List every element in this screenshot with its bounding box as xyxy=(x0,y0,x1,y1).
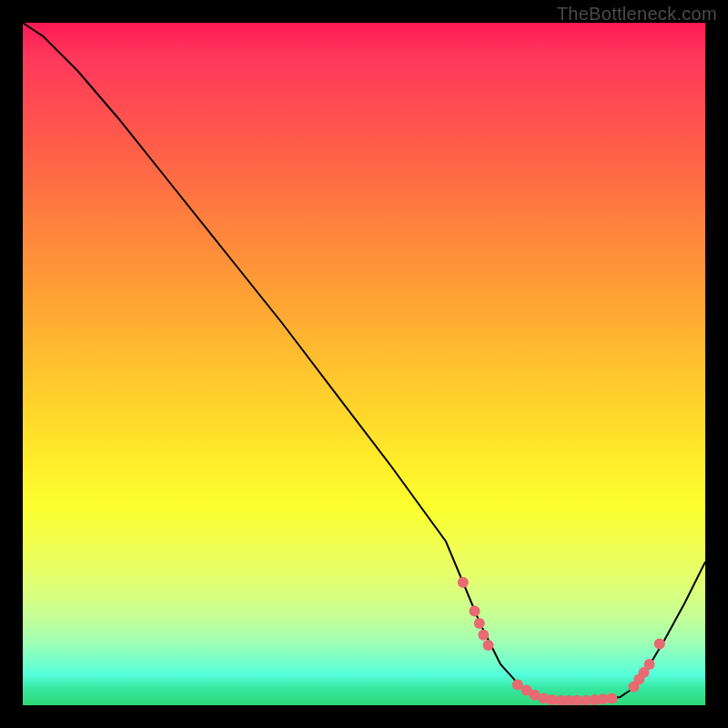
curve-marker xyxy=(478,630,489,641)
curve-marker xyxy=(606,693,617,704)
chart-stage: TheBottleneck.com xyxy=(0,0,728,728)
plot-area xyxy=(23,23,705,705)
curve-marker xyxy=(483,640,494,651)
watermark-text: TheBottleneck.com xyxy=(557,4,717,25)
curve-marker xyxy=(474,618,485,629)
curve-marker xyxy=(458,577,469,588)
curve-marker xyxy=(644,659,655,670)
curve-markers xyxy=(458,577,665,705)
bottleneck-curve xyxy=(23,23,705,701)
curve-marker xyxy=(654,639,665,650)
curve-svg xyxy=(23,23,705,705)
curve-marker xyxy=(470,606,480,617)
